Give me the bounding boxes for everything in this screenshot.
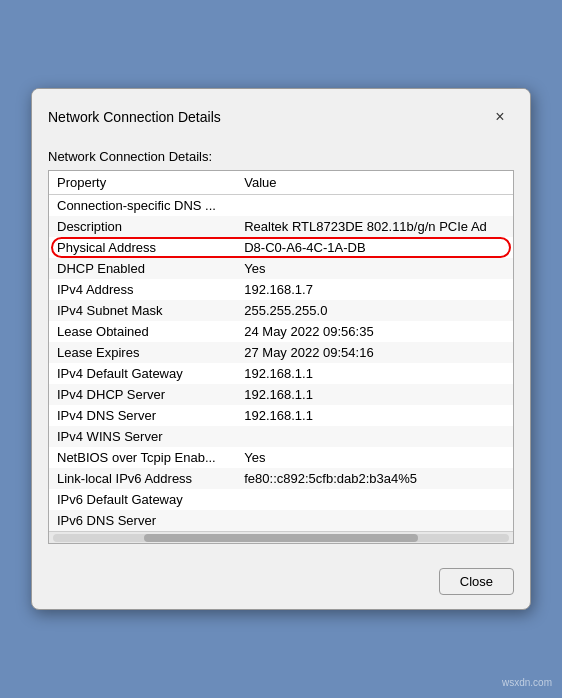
cell-property: IPv4 WINS Server <box>49 426 236 447</box>
table-row: DescriptionRealtek RTL8723DE 802.11b/g/n… <box>49 216 513 237</box>
cell-property: Lease Obtained <box>49 321 236 342</box>
cell-property: Description <box>49 216 236 237</box>
cell-value <box>236 489 513 510</box>
watermark: wsxdn.com <box>502 677 552 688</box>
cell-value <box>236 426 513 447</box>
table-row: DHCP EnabledYes <box>49 258 513 279</box>
table-row: IPv6 Default Gateway <box>49 489 513 510</box>
cell-property: Lease Expires <box>49 342 236 363</box>
network-details-dialog: Network Connection Details × Network Con… <box>31 88 531 610</box>
cell-property: IPv6 DNS Server <box>49 510 236 531</box>
table-row: Lease Expires27 May 2022 09:54:16 <box>49 342 513 363</box>
cell-property: IPv4 Address <box>49 279 236 300</box>
cell-value: 24 May 2022 09:56:35 <box>236 321 513 342</box>
details-table-container[interactable]: Property Value Connection-specific DNS .… <box>48 170 514 544</box>
cell-value: 192.168.1.7 <box>236 279 513 300</box>
table-row: Physical AddressD8-C0-A6-4C-1A-DB <box>49 237 513 258</box>
table-row: IPv4 DNS Server192.168.1.1 <box>49 405 513 426</box>
table-row: IPv4 WINS Server <box>49 426 513 447</box>
table-row: NetBIOS over Tcpip Enab...Yes <box>49 447 513 468</box>
scrollbar-thumb <box>144 534 418 542</box>
cell-value: 192.168.1.1 <box>236 405 513 426</box>
horizontal-scrollbar[interactable] <box>49 531 513 543</box>
close-title-button[interactable]: × <box>486 103 514 131</box>
cell-value: Yes <box>236 447 513 468</box>
cell-property: Physical Address <box>49 237 236 258</box>
cell-value <box>236 510 513 531</box>
cell-value: Yes <box>236 258 513 279</box>
table-row: Link-local IPv6 Addressfe80::c892:5cfb:d… <box>49 468 513 489</box>
cell-property: IPv6 Default Gateway <box>49 489 236 510</box>
section-label: Network Connection Details: <box>48 149 514 164</box>
cell-value: 192.168.1.1 <box>236 363 513 384</box>
cell-property: IPv4 DHCP Server <box>49 384 236 405</box>
dialog-title: Network Connection Details <box>48 109 221 125</box>
close-dialog-button[interactable]: Close <box>439 568 514 595</box>
cell-value: 255.255.255.0 <box>236 300 513 321</box>
cell-property: Connection-specific DNS ... <box>49 195 236 217</box>
cell-property: DHCP Enabled <box>49 258 236 279</box>
cell-property: Link-local IPv6 Address <box>49 468 236 489</box>
column-property: Property <box>49 171 236 195</box>
details-table: Property Value Connection-specific DNS .… <box>49 171 513 531</box>
column-value: Value <box>236 171 513 195</box>
table-row: IPv4 Subnet Mask255.255.255.0 <box>49 300 513 321</box>
cell-property: NetBIOS over Tcpip Enab... <box>49 447 236 468</box>
table-row: IPv4 Default Gateway192.168.1.1 <box>49 363 513 384</box>
cell-property: IPv4 DNS Server <box>49 405 236 426</box>
table-row: IPv4 DHCP Server192.168.1.1 <box>49 384 513 405</box>
cell-value: Realtek RTL8723DE 802.11b/g/n PCIe Ad <box>236 216 513 237</box>
cell-property: IPv4 Subnet Mask <box>49 300 236 321</box>
cell-value: D8-C0-A6-4C-1A-DB <box>236 237 513 258</box>
dialog-footer: Close <box>32 560 530 609</box>
title-bar: Network Connection Details × <box>32 89 530 141</box>
table-row: IPv4 Address192.168.1.7 <box>49 279 513 300</box>
dialog-body: Network Connection Details: Property Val… <box>32 141 530 560</box>
cell-value: fe80::c892:5cfb:dab2:b3a4%5 <box>236 468 513 489</box>
cell-value <box>236 195 513 217</box>
cell-property: IPv4 Default Gateway <box>49 363 236 384</box>
table-row: Lease Obtained24 May 2022 09:56:35 <box>49 321 513 342</box>
table-row: IPv6 DNS Server <box>49 510 513 531</box>
scrollbar-track <box>53 534 509 542</box>
table-row: Connection-specific DNS ... <box>49 195 513 217</box>
cell-value: 192.168.1.1 <box>236 384 513 405</box>
table-header-row: Property Value <box>49 171 513 195</box>
cell-value: 27 May 2022 09:54:16 <box>236 342 513 363</box>
